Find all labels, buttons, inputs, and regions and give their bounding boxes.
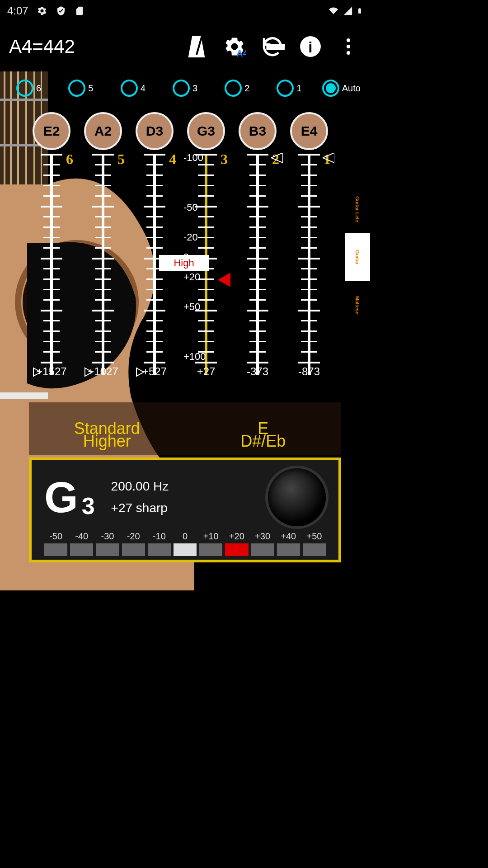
meter-cell: -30 xyxy=(96,531,119,556)
meter-label: 0 xyxy=(183,531,188,542)
meter-label: +30 xyxy=(255,531,270,542)
string-radio-Auto[interactable]: Auto xyxy=(315,80,367,97)
tuning-picker-row2[interactable]: Higher D#/Eb xyxy=(29,429,341,454)
meter-cell: +50 xyxy=(303,531,326,556)
radio-label: 6 xyxy=(36,83,41,94)
svg-text:i: i xyxy=(308,39,312,56)
radio-label: 3 xyxy=(192,83,197,94)
offset-G3: +27 xyxy=(187,365,225,378)
string-button-B3[interactable]: B3 xyxy=(239,112,277,150)
reset-icon[interactable]: RESET xyxy=(260,34,285,59)
current-pitch-pointer xyxy=(218,273,230,287)
svg-rect-18 xyxy=(0,392,48,399)
radio-label: 5 xyxy=(88,83,93,94)
shield-icon xyxy=(56,5,66,16)
svg-text:A4: A4 xyxy=(236,48,246,58)
radio-circle-icon xyxy=(121,80,138,97)
meter-label: +10 xyxy=(203,531,219,542)
string-radio-4[interactable]: 4 xyxy=(107,80,159,97)
offset-value: -373 xyxy=(239,365,277,378)
badge-guitar-lele[interactable]: Guitar Lele xyxy=(345,185,370,233)
string-button-E4[interactable]: E4 xyxy=(290,112,328,150)
offset-A2: +1027 xyxy=(84,365,122,378)
string-button-E2[interactable]: E2 xyxy=(33,112,70,150)
offset-B3: -373 xyxy=(239,365,277,378)
sd-card-icon xyxy=(75,5,84,16)
badge-maltese[interactable]: Maltese xyxy=(345,281,370,329)
string-radio-5[interactable]: 5 xyxy=(55,80,107,97)
string-marker-2 xyxy=(271,153,283,163)
string-buttons-row: E2A2D3G3B3E4 xyxy=(33,112,328,150)
high-indicator: High xyxy=(159,255,209,271)
string-radio-1[interactable]: 1 xyxy=(263,80,315,97)
meter-label: -30 xyxy=(101,531,114,542)
offset-value: +27 xyxy=(187,365,225,378)
meter-label: -40 xyxy=(75,531,88,542)
signal-icon xyxy=(343,6,353,16)
wifi-icon xyxy=(328,6,339,15)
string-number: 5 xyxy=(117,151,125,168)
svg-point-6 xyxy=(347,51,350,55)
radio-label: 4 xyxy=(141,83,145,94)
meter-box xyxy=(199,543,222,556)
string-marker-1 xyxy=(323,153,334,163)
meter-cell: +20 xyxy=(225,531,248,556)
svg-text:RESET: RESET xyxy=(267,44,285,50)
meter-cell: +10 xyxy=(199,531,222,556)
meter-label: +40 xyxy=(281,531,296,542)
meter-box xyxy=(277,543,300,556)
meter-box xyxy=(44,543,67,556)
meter-box xyxy=(96,543,119,556)
scale-col-2: 2 xyxy=(239,154,277,375)
meter-cell: +30 xyxy=(251,531,274,556)
info-icon[interactable]: i xyxy=(298,34,323,59)
string-radio-2[interactable]: 2 xyxy=(211,80,263,97)
string-button-D3[interactable]: D3 xyxy=(136,112,174,150)
string-number: 6 xyxy=(66,151,73,168)
side-badges: Guitar Lele Guitar Maltese xyxy=(345,185,370,329)
svg-point-5 xyxy=(347,45,350,48)
meter-cell: 0 xyxy=(174,531,197,556)
play-icon[interactable] xyxy=(136,367,145,377)
battery-icon xyxy=(357,5,363,16)
tuner-knob[interactable] xyxy=(268,468,326,526)
tuning-key-next: D#/Eb xyxy=(185,429,342,454)
string-number: 3 xyxy=(221,151,228,168)
meter-cell: -20 xyxy=(122,531,145,556)
radio-circle-icon xyxy=(225,80,242,97)
string-number: 4 xyxy=(169,151,176,168)
more-icon[interactable] xyxy=(336,34,361,59)
play-icon[interactable] xyxy=(84,367,93,377)
status-bar: 4:07 xyxy=(0,0,370,22)
string-radio-6[interactable]: 6 xyxy=(3,80,55,97)
cent-offsets-row: +1527+1027+527+27-373-873 xyxy=(33,365,328,378)
frequency-label: 200.00 Hz xyxy=(111,479,169,494)
play-icon[interactable] xyxy=(33,367,42,377)
meter-cell: +40 xyxy=(277,531,300,556)
meter-box xyxy=(251,543,274,556)
string-button-A2[interactable]: A2 xyxy=(84,112,122,150)
readout-panel: G 3 200.00 Hz +27 sharp -50-40-30-20-100… xyxy=(29,458,341,562)
gear-icon xyxy=(37,5,47,16)
badge-guitar[interactable]: Guitar xyxy=(345,233,370,281)
settings-a4-icon[interactable]: A4 xyxy=(222,34,247,59)
meter-cell: -40 xyxy=(70,531,93,556)
main-area: 654321Auto E2A2D3G3B3E4 654321 -100 -50 … xyxy=(0,71,370,590)
app-bar: A4=442 A4 RESET i xyxy=(0,22,370,71)
meter-box xyxy=(148,543,171,556)
meter-box xyxy=(122,543,145,556)
meter-cell: -50 xyxy=(44,531,67,556)
string-button-G3[interactable]: G3 xyxy=(187,112,225,150)
scale-col-6: 6 xyxy=(33,154,70,375)
meter-cell: -10 xyxy=(148,531,171,556)
radio-label: 1 xyxy=(296,83,301,94)
status-time: 4:07 xyxy=(7,5,28,17)
meter-box xyxy=(303,543,326,556)
offset-E4: -873 xyxy=(290,365,328,378)
scale-col-5: 5 xyxy=(84,154,122,375)
radio-circle-icon xyxy=(277,80,294,97)
detected-note: G 3 xyxy=(44,472,95,522)
metronome-icon[interactable] xyxy=(184,34,209,59)
app-title: A4=442 xyxy=(9,36,75,57)
string-radio-3[interactable]: 3 xyxy=(159,80,211,97)
